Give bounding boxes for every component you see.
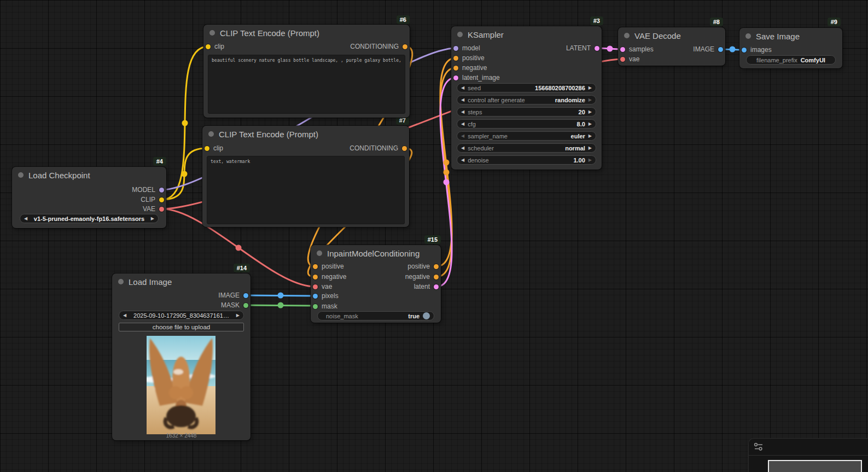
denoise-widget[interactable]: ◀ denoise 1.00 ▶ (457, 155, 596, 165)
seed-widget[interactable]: ◀ seed 156680208700286 ▶ (457, 83, 596, 92)
node-id-badge: #9 (828, 18, 841, 26)
prompt-textarea[interactable]: text, watermark (207, 156, 405, 224)
sampler-name-widget[interactable]: ◀ sampler_name euler ▶ (457, 131, 596, 141)
node-load-checkpoint[interactable]: Load Checkpoint MODEL CLIP VAE ◀ v1-5-pr… (12, 167, 166, 228)
arrow-right-icon[interactable]: ▶ (589, 146, 592, 150)
output-port-positive[interactable] (434, 264, 439, 269)
boolean-toggle[interactable] (423, 312, 430, 319)
widget-label: steps (468, 109, 482, 115)
image-preview (147, 336, 215, 434)
link-midpoint-dot (182, 171, 188, 177)
output-port-latent[interactable] (595, 46, 599, 51)
input-port-images[interactable] (742, 48, 747, 53)
filename-prefix-widget[interactable]: filename_prefix ComfyUI (746, 55, 836, 65)
port-label: latent (414, 283, 430, 290)
minimap-viewport-rect[interactable] (768, 460, 862, 472)
node-id-badge: #3 (590, 16, 603, 25)
node-inpaint-model-conditioning[interactable]: InpaintModelConditioning positive negati… (311, 245, 441, 323)
node-vae-decode[interactable]: VAE Decode samples vae IMAGE (618, 27, 725, 66)
link-midpoint-dot (236, 245, 242, 251)
input-port-positive[interactable] (313, 264, 318, 269)
port-label: negative (322, 273, 346, 281)
collapse-dot[interactable] (745, 33, 751, 39)
output-port-negative[interactable] (434, 275, 439, 279)
control-after-generate-widget[interactable]: ◀ control after generate randomize ▶ (457, 95, 596, 104)
port-label: CLIP (141, 196, 155, 203)
arrow-right-icon[interactable]: ▶ (589, 110, 592, 114)
collapse-dot[interactable] (18, 172, 24, 178)
node-clip-text-encode-negative[interactable]: CLIP Text Encode (Prompt) clip CONDITION… (202, 126, 409, 227)
port-label: vae (322, 283, 332, 290)
arrow-left-icon[interactable]: ◀ (461, 158, 464, 162)
arrow-right-icon[interactable]: ▶ (589, 158, 592, 162)
ckpt-name-widget[interactable]: ◀ v1-5-pruned-emaonly-fp16.safetensors ▶ (20, 214, 159, 223)
input-port-clip[interactable] (205, 146, 209, 151)
output-port-clip[interactable] (159, 197, 164, 202)
widget-label: denoise (468, 157, 489, 164)
collapse-dot[interactable] (317, 250, 322, 256)
node-ksampler[interactable]: KSampler model positive negative latent_… (451, 26, 602, 170)
node-clip-text-encode-positive[interactable]: CLIP Text Encode (Prompt) clip CONDITION… (203, 25, 410, 118)
arrow-right-icon[interactable]: ▶ (151, 217, 154, 221)
output-port-image[interactable] (243, 293, 248, 298)
arrow-left-icon[interactable]: ◀ (24, 217, 27, 221)
output-port-conditioning[interactable] (403, 44, 407, 49)
arrow-left-icon[interactable]: ◀ (461, 122, 464, 126)
input-port-positive[interactable] (453, 56, 458, 61)
steps-widget[interactable]: ◀ steps 20 ▶ (457, 107, 596, 116)
port-label: MASK (221, 301, 240, 309)
arrow-right-icon[interactable]: ▶ (589, 122, 592, 126)
input-port-mask[interactable] (313, 304, 318, 309)
output-port-image[interactable] (718, 47, 723, 52)
input-port-negative[interactable] (453, 66, 458, 71)
collapse-dot[interactable] (457, 32, 463, 37)
arrow-left-icon[interactable]: ◀ (123, 313, 126, 318)
link-midpoint-dot (444, 160, 450, 166)
input-port-samples[interactable] (620, 47, 625, 52)
wire-image-to-pixels (246, 295, 315, 296)
arrow-left-icon[interactable]: ◀ (461, 86, 464, 90)
input-port-clip[interactable] (206, 44, 211, 49)
output-port-vae[interactable] (159, 207, 164, 212)
link-midpoint-dot (730, 46, 736, 53)
arrow-right-icon[interactable]: ▶ (589, 134, 592, 138)
output-port-mask[interactable] (243, 303, 248, 308)
node-load-image[interactable]: Load Image IMAGE MASK ◀ 2025-09-10-17290… (112, 273, 251, 440)
arrow-right-icon[interactable]: ▶ (589, 86, 592, 90)
arrow-left-icon[interactable]: ◀ (461, 134, 464, 138)
collapse-dot[interactable] (209, 30, 215, 36)
collapse-dot[interactable] (118, 279, 124, 284)
graph-canvas[interactable]: #6 #7 #4 #3 #8 #9 #15 #14 (0, 0, 868, 472)
collapse-dot[interactable] (624, 33, 630, 38)
arrow-left-icon[interactable]: ◀ (461, 98, 464, 102)
widget-label: filename_prefix (756, 57, 797, 63)
output-port-model[interactable] (159, 188, 164, 193)
widget-value: normal (565, 145, 585, 151)
choose-file-button[interactable]: choose file to upload (119, 323, 244, 331)
output-port-latent[interactable] (434, 284, 439, 289)
prompt-textarea[interactable]: beautiful scenery nature glass bottle la… (208, 55, 405, 114)
link-midpoint-dot (444, 170, 450, 176)
cfg-widget[interactable]: ◀ cfg 8.0 ▶ (457, 119, 596, 129)
port-label: images (750, 46, 772, 54)
input-port-negative[interactable] (313, 275, 318, 279)
image-filename-widget[interactable]: ◀ 2025-09-10-172905_8304637161… ▶ (119, 311, 244, 320)
collapse-dot[interactable] (208, 131, 214, 137)
input-port-model[interactable] (453, 46, 458, 51)
input-port-vae[interactable] (620, 57, 625, 62)
input-port-vae[interactable] (313, 284, 318, 289)
output-port-conditioning[interactable] (402, 146, 407, 151)
node-save-image[interactable]: Save Image images filename_prefix ComfyU… (739, 28, 842, 68)
arrow-left-icon[interactable]: ◀ (461, 110, 464, 114)
arrow-left-icon[interactable]: ◀ (461, 146, 464, 150)
widget-value: 2025-09-10-172905_8304637161… (130, 312, 233, 319)
input-port-pixels[interactable] (313, 294, 318, 299)
adjustments-icon[interactable] (753, 441, 764, 452)
arrow-right-icon[interactable]: ▶ (589, 98, 592, 102)
input-port-latent-image[interactable] (453, 75, 458, 80)
noise-mask-widget[interactable]: noise_mask true (317, 311, 434, 321)
scheduler-widget[interactable]: ◀ scheduler normal ▶ (457, 143, 596, 153)
port-label: negative (405, 273, 430, 281)
arrow-right-icon[interactable]: ▶ (236, 313, 240, 318)
node-title: Load Image (129, 277, 172, 287)
